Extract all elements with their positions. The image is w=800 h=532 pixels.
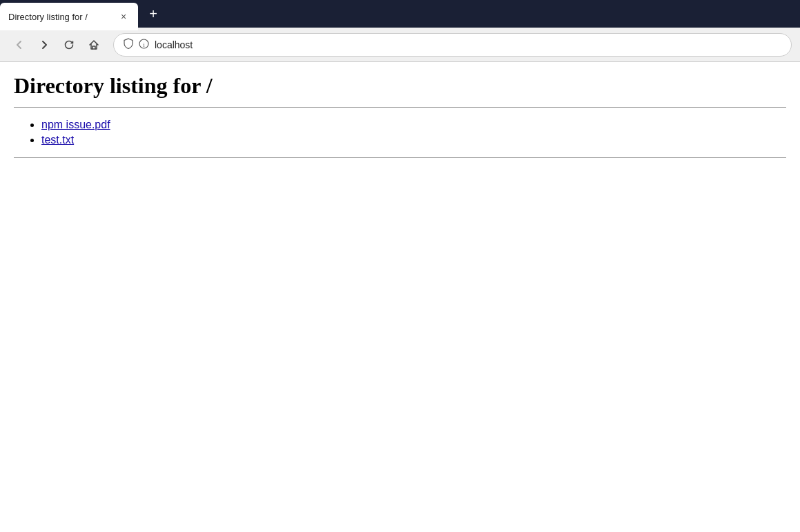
reload-icon (64, 39, 75, 50)
new-tab-button[interactable]: + (141, 1, 166, 26)
forward-button[interactable] (33, 34, 55, 56)
page-content: Directory listing for / npm issue.pdf te… (0, 62, 800, 169)
list-item: test.txt (41, 134, 786, 146)
tab-title: Directory listing for / (8, 12, 112, 22)
file-link-npm[interactable]: npm issue.pdf (41, 119, 110, 130)
file-list: npm issue.pdf test.txt (14, 119, 786, 146)
list-item: npm issue.pdf (41, 119, 786, 131)
active-tab[interactable]: Directory listing for / × (0, 3, 138, 30)
svg-text:i: i (143, 41, 145, 48)
bottom-divider (14, 157, 786, 158)
forward-icon (39, 39, 50, 50)
home-button[interactable] (83, 34, 105, 56)
top-divider (14, 107, 786, 108)
shield-icon (124, 38, 133, 51)
address-bar[interactable]: i localhost (113, 33, 792, 57)
reload-button[interactable] (58, 34, 80, 56)
nav-bar: i localhost (0, 28, 800, 62)
info-icon: i (139, 39, 149, 51)
back-icon (14, 39, 25, 50)
home-icon (88, 39, 99, 50)
address-text: localhost (155, 39, 193, 50)
tab-close-button[interactable]: × (117, 10, 130, 23)
back-button[interactable] (8, 34, 30, 56)
page-heading: Directory listing for / (14, 73, 786, 99)
tab-bar: Directory listing for / × + (0, 0, 800, 28)
file-link-test[interactable]: test.txt (41, 134, 74, 146)
